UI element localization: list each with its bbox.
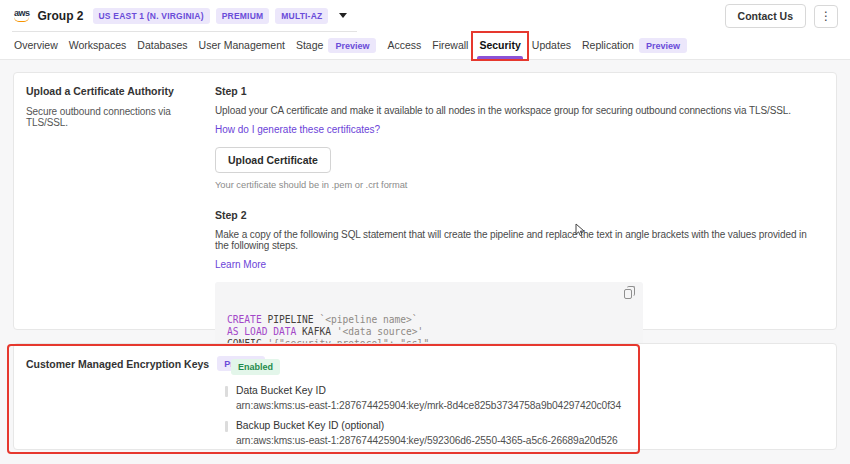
code-line: CREATE PIPELINE `<pipeline name>` xyxy=(227,314,631,326)
enabled-status-badge: Enabled xyxy=(231,359,280,375)
generate-certificates-link[interactable]: How do I generate these certificates? xyxy=(215,124,380,135)
certificate-authority-card: Upload a Certificate Authority Secure ou… xyxy=(13,72,837,330)
content-area: Upload a Certificate Authority Secure ou… xyxy=(0,60,850,462)
active-tab-underline xyxy=(477,56,522,59)
tab-bar: OverviewWorkspacesDatabasesUser Manageme… xyxy=(0,32,850,60)
encryption-section-title: Customer Managed Encryption Keys xyxy=(26,358,209,370)
group-badge-us-east-1-n-virginia: US EAST 1 (N. VIRGINIA) xyxy=(93,8,210,24)
tab-access[interactable]: Access xyxy=(387,32,421,59)
code-line: AS LOAD DATA KAFKA '<data source>' xyxy=(227,326,631,338)
kebab-icon: ⋮ xyxy=(820,9,832,23)
group-name: Group 2 xyxy=(38,9,84,23)
encryption-key-item-backup-bucket-key-id-optional: Backup Bucket Key ID (optional)arn:aws:k… xyxy=(219,420,822,446)
group-badge-multi-az: MULTI-AZ xyxy=(275,8,328,24)
tab-user-management[interactable]: User Management xyxy=(199,32,285,59)
tab-label: Firewall xyxy=(432,40,468,51)
tab-updates[interactable]: Updates xyxy=(532,32,571,59)
workspace-group-selector[interactable]: aws Group 2 US EAST 1 (N. VIRGINIA)PREMI… xyxy=(12,0,357,32)
certificate-section-subtitle: Secure outbound connections via TLS/SSL. xyxy=(26,106,211,128)
tab-firewall[interactable]: Firewall xyxy=(432,32,468,59)
key-arn-value: arn:aws:kms:us-east-1:287674425904:key/5… xyxy=(236,435,822,446)
aws-logo-icon: aws xyxy=(14,9,30,22)
tab-workspaces[interactable]: Workspaces xyxy=(69,32,127,59)
top-bar-actions: Contact Us ⋮ xyxy=(725,4,838,28)
tab-databases[interactable]: Databases xyxy=(137,32,187,59)
key-arn-value: arn:aws:kms:us-east-1:287674425904:key/m… xyxy=(236,400,822,411)
step2-title: Step 2 xyxy=(215,209,822,221)
page: aws Group 2 US EAST 1 (N. VIRGINIA)PREMI… xyxy=(0,0,850,464)
top-bar: aws Group 2 US EAST 1 (N. VIRGINIA)PREMI… xyxy=(0,0,850,32)
group-badge-premium: PREMIUM xyxy=(216,8,270,24)
key-label: Data Bucket Key ID xyxy=(236,385,822,396)
tab-label: Replication xyxy=(582,40,634,51)
tab-label: Overview xyxy=(14,40,58,51)
key-item-bar xyxy=(225,421,228,432)
encryption-key-list: Data Bucket Key IDarn:aws:kms:us-east-1:… xyxy=(219,385,822,446)
aws-smile-icon xyxy=(14,17,29,22)
tab-stage[interactable]: StagePreview xyxy=(296,32,376,59)
tab-label: Workspaces xyxy=(69,40,127,51)
tab-label: Updates xyxy=(532,40,571,51)
copy-icon[interactable] xyxy=(624,289,632,299)
aws-logo-text: aws xyxy=(14,9,30,17)
tab-preview-badge: Preview xyxy=(328,38,376,53)
kebab-menu-button[interactable]: ⋮ xyxy=(814,5,838,28)
tab-replication[interactable]: ReplicationPreview xyxy=(582,32,687,59)
tab-preview-badge: Preview xyxy=(639,38,687,53)
encryption-keys-card: Customer Managed Encryption Keys Preview… xyxy=(13,343,837,450)
contact-us-button[interactable]: Contact Us xyxy=(725,4,806,28)
upload-certificate-button[interactable]: Upload Certificate xyxy=(215,147,331,173)
certificate-card-header: Upload a Certificate Authority Secure ou… xyxy=(26,85,211,128)
step2-description: Make a copy of the following SQL stateme… xyxy=(215,229,822,251)
tab-label: Security xyxy=(479,40,520,51)
tab-label: User Management xyxy=(199,40,285,51)
key-label: Backup Bucket Key ID (optional) xyxy=(236,420,822,431)
tab-label: Stage xyxy=(296,40,323,51)
certificate-format-note: Your certificate should be in .pem or .c… xyxy=(215,180,822,190)
tab-overview[interactable]: Overview xyxy=(14,32,58,59)
chevron-down-icon[interactable] xyxy=(339,13,347,18)
step1-description: Upload your CA certificate and make it a… xyxy=(215,105,822,116)
step1-title: Step 1 xyxy=(215,85,822,97)
group-badges: US EAST 1 (N. VIRGINIA)PREMIUMMULTI-AZ xyxy=(93,8,329,24)
key-item-bar xyxy=(225,386,228,397)
tab-label: Access xyxy=(387,40,421,51)
encryption-key-item-data-bucket-key-id: Data Bucket Key IDarn:aws:kms:us-east-1:… xyxy=(219,385,822,411)
encryption-card-body: Enabled Data Bucket Key IDarn:aws:kms:us… xyxy=(219,356,822,455)
tab-label: Databases xyxy=(137,40,187,51)
learn-more-link[interactable]: Learn More xyxy=(215,259,266,270)
tab-security[interactable]: Security xyxy=(479,32,520,59)
certificate-section-title: Upload a Certificate Authority xyxy=(26,85,211,97)
